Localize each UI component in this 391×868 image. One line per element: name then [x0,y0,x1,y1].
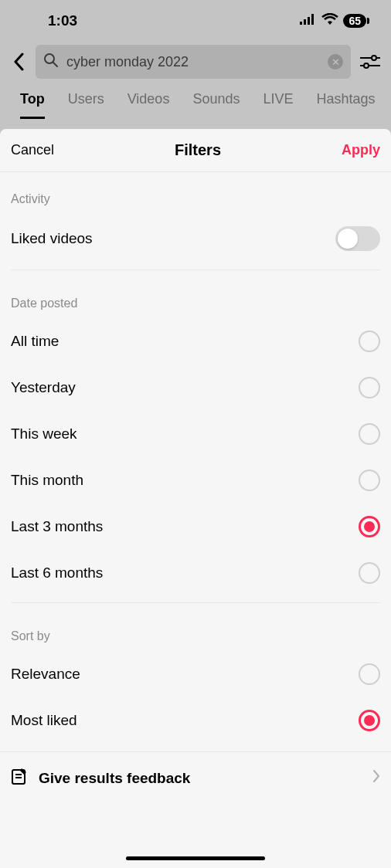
status-right: 65 [300,13,366,29]
tab-users[interactable]: Users [68,91,104,119]
radio-icon[interactable] [359,562,380,584]
search-input[interactable]: cyber monday 2022 ✕ [36,45,351,79]
tab-live[interactable]: LIVE [263,91,293,119]
date-option-last-3-months[interactable]: Last 3 months [0,504,391,550]
radio-icon[interactable] [359,423,380,445]
search-tabs: Top Users Videos Sounds LIVE Hashtags [0,86,391,119]
sheet-header: Cancel Filters Apply [0,129,391,172]
section-date-label: Date posted [0,276,391,318]
radio-icon[interactable] [359,663,380,685]
option-label: Last 3 months [11,518,103,535]
date-option-last-6-months[interactable]: Last 6 months [0,550,391,596]
liked-videos-toggle[interactable] [335,226,380,251]
section-sort-label: Sort by [0,609,391,651]
svg-point-4 [45,54,54,63]
svg-line-5 [53,63,57,66]
liked-videos-row[interactable]: Liked videos [0,214,391,263]
feedback-icon [11,768,28,788]
tab-sounds[interactable]: Sounds [192,91,240,119]
date-option-this-month[interactable]: This month [0,457,391,504]
search-row: cyber monday 2022 ✕ [0,42,391,86]
filter-settings-button[interactable] [359,54,382,70]
divider [11,602,380,603]
option-label: This month [11,472,83,489]
status-time: 1:03 [48,12,77,29]
apply-button[interactable]: Apply [342,142,380,158]
radio-icon[interactable] [359,470,380,491]
date-option-all-time[interactable]: All time [0,318,391,364]
section-activity-label: Activity [0,172,391,214]
filters-sheet: Cancel Filters Apply Activity Liked vide… [0,129,391,868]
tab-hashtags[interactable]: Hashtags [316,91,375,119]
svg-rect-2 [308,17,310,25]
status-bar: 1:03 65 [0,0,391,42]
svg-rect-3 [311,14,314,25]
sheet-title: Filters [175,141,221,159]
search-icon [43,53,59,71]
option-label: Yesterday [11,379,76,396]
radio-icon[interactable] [359,710,380,731]
feedback-label: Give results feedback [39,770,190,787]
home-indicator[interactable] [126,856,265,860]
option-label: Last 6 months [11,565,103,581]
search-text: cyber monday 2022 [66,54,189,70]
chevron-right-icon [372,769,380,787]
back-button[interactable] [9,53,28,71]
tab-videos[interactable]: Videos [128,91,170,119]
tab-top[interactable]: Top [20,91,45,119]
radio-icon[interactable] [359,516,380,537]
option-label: This week [11,426,77,442]
sort-option-relevance[interactable]: Relevance [0,651,391,697]
date-option-this-week[interactable]: This week [0,411,391,457]
svg-rect-0 [300,22,302,25]
clear-search-icon[interactable]: ✕ [328,54,343,70]
option-label: Relevance [11,666,80,683]
option-label: All time [11,333,59,350]
svg-rect-1 [304,19,306,25]
svg-point-9 [364,63,369,68]
option-label: Most liked [11,712,77,729]
wifi-icon [321,13,338,29]
cellular-signal-icon [300,14,317,28]
date-option-yesterday[interactable]: Yesterday [0,364,391,411]
liked-videos-label: Liked videos [11,230,93,247]
battery-level-badge: 65 [343,14,366,28]
give-results-feedback[interactable]: Give results feedback [0,751,391,804]
radio-icon[interactable] [359,331,380,352]
cancel-button[interactable]: Cancel [11,142,54,158]
svg-point-7 [372,56,376,60]
sort-option-most-liked[interactable]: Most liked [0,697,391,744]
divider [11,270,380,270]
radio-icon[interactable] [359,377,380,398]
